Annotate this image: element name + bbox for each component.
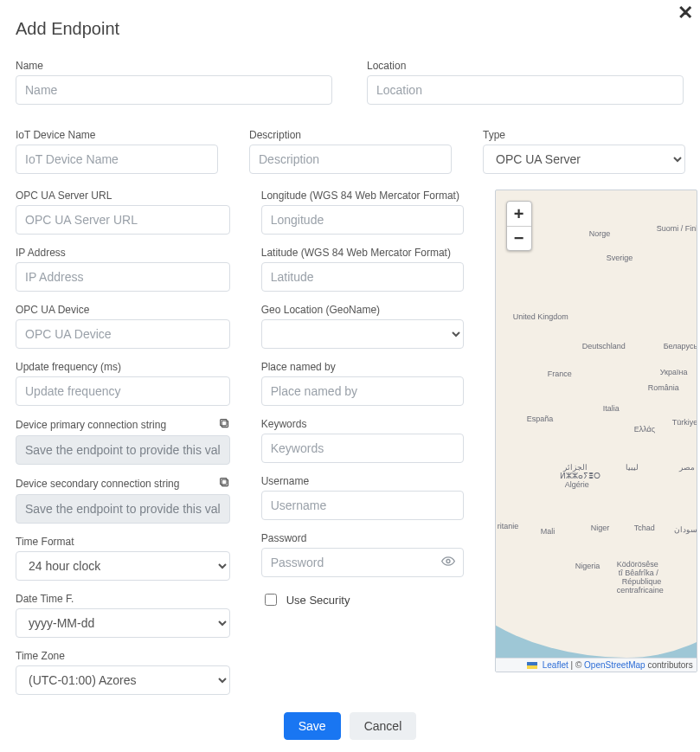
add-endpoint-dialog: ✕ Add Endpoint Name Location IoT Device … <box>0 0 700 752</box>
opc-device-label: OPC UA Device <box>16 304 230 316</box>
primary-conn-label: Device primary connection string <box>16 419 166 431</box>
timezone-label: Time Zone <box>16 650 230 662</box>
update-freq-label: Update frequency (ms) <box>16 361 230 373</box>
keywords-label: Keywords <box>261 418 464 430</box>
server-url-input[interactable] <box>16 205 230 235</box>
time-format-label: Time Format <box>16 536 230 548</box>
close-icon[interactable]: ✕ <box>678 3 693 22</box>
dialog-title: Add Endpoint <box>16 19 684 39</box>
time-format-select[interactable]: 24 hour clock <box>16 551 230 581</box>
username-label: Username <box>261 475 464 487</box>
copy-icon[interactable] <box>219 477 230 491</box>
longitude-input[interactable] <box>261 205 464 235</box>
timezone-select[interactable]: (UTC-01:00) Azores <box>16 665 230 695</box>
geo-label: Geo Location (GeoName) <box>261 304 464 316</box>
secondary-conn-label: Device secondary connection string <box>16 478 179 490</box>
latitude-input[interactable] <box>261 262 464 292</box>
password-label: Password <box>261 532 464 544</box>
place-input[interactable] <box>261 376 464 406</box>
username-input[interactable] <box>261 491 464 520</box>
iot-device-name-input[interactable] <box>16 145 218 174</box>
ip-input[interactable] <box>16 262 230 292</box>
password-input[interactable] <box>261 548 464 577</box>
map-attribution: Leaflet | © OpenStreetMap contributors <box>496 658 697 672</box>
keywords-input[interactable] <box>261 434 464 463</box>
geo-select[interactable] <box>261 319 464 349</box>
svg-point-4 <box>446 560 450 563</box>
save-button[interactable]: Save <box>284 712 341 740</box>
name-input[interactable] <box>16 75 332 105</box>
zoom-in-button[interactable]: + <box>507 202 531 226</box>
date-format-select[interactable]: yyyy-MM-dd <box>16 608 230 638</box>
location-label: Location <box>367 60 684 72</box>
zoom-out-button[interactable]: − <box>507 226 531 250</box>
zoom-control: + − <box>506 201 532 251</box>
secondary-conn-value: Save the endpoint to provide this val <box>16 494 230 524</box>
copy-icon[interactable] <box>219 418 230 432</box>
longitude-label: Longitude (WGS 84 Web Mercator Format) <box>261 190 464 202</box>
leaflet-link[interactable]: Leaflet <box>543 660 568 670</box>
use-security-label: Use Security <box>286 594 350 607</box>
description-label: Description <box>249 129 452 141</box>
iot-label: IoT Device Name <box>16 129 218 141</box>
flag-icon <box>527 662 537 669</box>
osm-link[interactable]: OpenStreetMap <box>584 660 645 670</box>
type-select[interactable]: OPC UA Server <box>483 145 685 174</box>
server-url-label: OPC UA Server URL <box>16 190 230 202</box>
description-input[interactable] <box>249 145 452 174</box>
opc-device-input[interactable] <box>16 319 230 349</box>
name-label: Name <box>16 60 332 72</box>
map[interactable]: Norge Suomi / Finland Sverige United Kin… <box>495 190 697 672</box>
cancel-button[interactable]: Cancel <box>350 712 417 740</box>
date-format-label: Date Time F. <box>16 593 230 605</box>
use-security-row[interactable]: Use Security <box>261 591 464 608</box>
place-label: Place named by <box>261 361 464 373</box>
location-input[interactable] <box>367 75 684 105</box>
eye-icon[interactable] <box>441 555 455 571</box>
ip-label: IP Address <box>16 247 230 259</box>
use-security-checkbox[interactable] <box>265 594 277 606</box>
primary-conn-value: Save the endpoint to provide this val <box>16 435 230 465</box>
update-freq-input[interactable] <box>16 376 230 406</box>
type-label: Type <box>483 129 685 141</box>
latitude-label: Latitude (WGS 84 Web Mercator Format) <box>261 247 464 259</box>
